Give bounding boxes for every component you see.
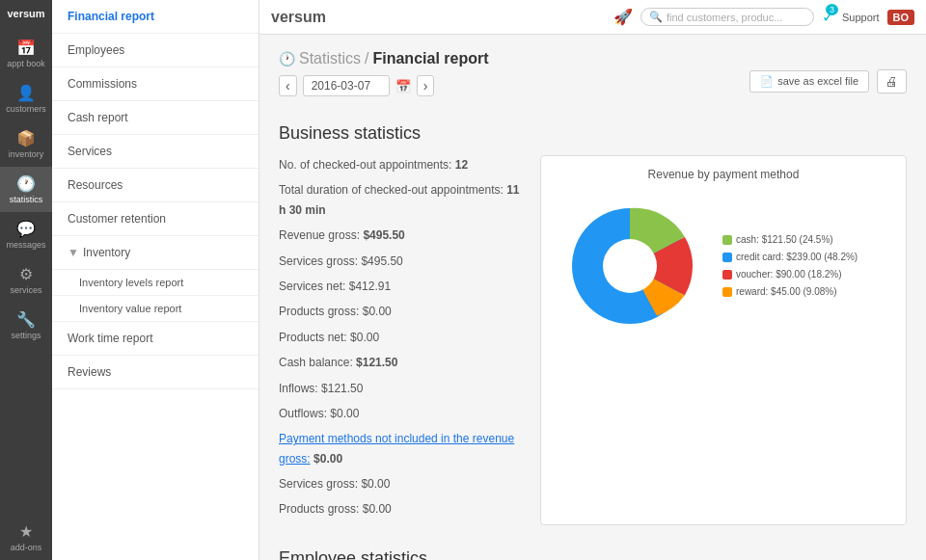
sidebar-item-appt-book[interactable]: 📅 appt book [0,31,52,76]
pni-products-line: Products gross: $0.00 [279,499,521,519]
products-net-label: Products net: [279,331,347,344]
legend-credit: credit card: $239.00 (48.2%) [722,249,858,266]
credit-dot [722,253,732,262]
products-net-value: $0.00 [350,331,379,344]
legend-cash: cash: $121.50 (24.5%) [722,231,858,249]
sidebar-item-label: inventory [9,149,44,159]
reward-label: reward: $45.00 (9.08%) [736,283,837,301]
sidebar-inventory[interactable]: ▼Inventory [52,236,259,270]
chart-title: Revenue by payment method [553,168,894,181]
sidebar-services[interactable]: Services [52,135,259,169]
calendar-icon[interactable]: 📅 [395,79,411,93]
checked-out-value: 12 [455,158,468,172]
products-gross-line: Products gross: $0.00 [279,302,521,321]
support-button[interactable]: Support [842,12,880,23]
products-net-line: Products net: $0.00 [279,328,521,347]
duration-label: Total duration of checked-out appointmen… [279,183,504,197]
services-net-value: $412.91 [349,280,391,293]
main-area: versum 🚀 🔍 find customers, produc... ✓ 3… [259,0,926,560]
save-excel-button[interactable]: 📄 save as excel file [749,70,869,93]
sidebar-item-customers[interactable]: 👤 customers [0,76,52,121]
breadcrumb: 🕐 Statistics / Financial report [279,50,489,67]
addons-icon: ★ [19,522,33,541]
sidebar-inventory-levels[interactable]: Inventory levels report [52,270,259,296]
content-area: 🕐 Statistics / Financial report ‹ 📅 › 📄 … [259,35,926,560]
sidebar-employees[interactable]: Employees [52,34,259,67]
sidebar-item-messages[interactable]: 💬 messages [0,212,52,257]
prev-date-button[interactable]: ‹ [279,75,297,96]
voucher-label: voucher: $90.00 (18.2%) [736,266,842,283]
inflows-label: Inflows: [279,382,318,395]
rocket-icon: 🚀 [613,8,633,26]
cash-dot [722,235,732,245]
legend-reward: reward: $45.00 (9.08%) [722,283,858,301]
products-gross-label: Products gross: [279,305,359,318]
top-bar: versum 🚀 🔍 find customers, produc... ✓ 3… [259,0,926,35]
chart-legend: cash: $121.50 (24.5%) credit card: $239.… [722,231,858,301]
services-gross-label: Services gross: [279,254,358,268]
excel-button-label: save as excel file [777,75,858,87]
second-sidebar: Financial report Employees Commissions C… [52,0,259,560]
stats-left: No. of checked-out appointments: 12 Tota… [279,155,521,525]
date-input[interactable] [303,75,390,96]
pie-chart [553,189,707,343]
date-navigation: ‹ 📅 › [279,75,489,96]
checked-out-label: No. of checked-out appointments: [279,158,451,172]
sidebar-inventory-value[interactable]: Inventory value report [52,296,259,322]
pni-services-line: Services gross: $0.00 [279,474,521,493]
excel-icon: 📄 [760,75,774,88]
products-gross-value: $0.00 [363,305,392,318]
sidebar-item-inventory[interactable]: 📦 inventory [0,121,52,167]
search-box[interactable]: 🔍 find customers, produc... [640,8,814,26]
appt-book-icon: 📅 [16,39,36,57]
sidebar-resources[interactable]: Resources [52,169,259,202]
sidebar-customer-retention[interactable]: Customer retention [52,202,259,236]
revenue-gross-line: Revenue gross: $495.50 [279,226,521,245]
sidebar-commissions[interactable]: Commissions [52,67,259,101]
services-icon: ⚙ [19,265,33,283]
sidebar-item-services[interactable]: ⚙ services [0,257,52,303]
sidebar-cash-report[interactable]: Cash report [52,101,259,135]
header-actions: 📄 save as excel file 🖨 [749,69,907,93]
chart-inner: cash: $121.50 (24.5%) credit card: $239.… [553,189,894,343]
sidebar-item-settings[interactable]: 🔧 settings [0,303,52,348]
print-button[interactable]: 🖨 [877,69,907,93]
sidebar-item-label: customers [6,104,46,114]
sidebar-item-label: appt book [7,59,45,68]
print-icon: 🖨 [885,74,898,89]
notification-badge: 3 [826,4,838,15]
statistics-icon: 🕐 [16,174,36,193]
duration-line: Total duration of checked-out appointmen… [279,180,521,220]
sidebar-item-label: services [10,285,41,295]
services-gross-value: $495.50 [361,254,402,268]
svg-point-1 [603,239,657,293]
outflows-line: Outflows: $0.00 [279,404,521,423]
avatar[interactable]: BO [887,10,915,25]
services-net-line: Services net: $412.91 [279,277,521,296]
icon-sidebar: versum 📅 appt book 👤 customers 📦 invento… [0,0,52,560]
pni-products-value: $0.00 [363,502,392,516]
sidebar-reviews[interactable]: Reviews [52,356,259,389]
inflows-value: $121.50 [321,382,363,395]
sidebar-item-label: settings [11,331,41,340]
sidebar-work-time[interactable]: Work time report [52,322,259,356]
sidebar-item-statistics[interactable]: 🕐 statistics [0,167,52,212]
notification-button[interactable]: ✓ 3 [822,8,834,26]
breadcrumb-current: Financial report [372,50,488,67]
sidebar-financial-report[interactable]: Financial report [52,0,259,34]
search-placeholder: find customers, produc... [667,12,782,23]
pni-products-label: Products gross: [279,502,359,516]
breadcrumb-icon: 🕐 [279,51,295,67]
services-gross-line: Services gross: $495.50 [279,252,521,271]
next-date-button[interactable]: › [417,75,435,96]
checked-out-line: No. of checked-out appointments: 12 [279,155,521,174]
sidebar-item-label: statistics [10,195,43,204]
credit-label: credit card: $239.00 (48.2%) [736,249,858,266]
breadcrumb-separator: / [365,50,368,67]
breadcrumb-parent[interactable]: Statistics [299,50,361,67]
outflows-label: Outflows: [279,407,327,420]
voucher-dot [722,270,732,280]
cash-balance-label: Cash balance: [279,356,353,369]
sidebar-item-add-ons[interactable]: ★ add-ons [0,515,52,560]
cash-balance-line: Cash balance: $121.50 [279,353,521,372]
